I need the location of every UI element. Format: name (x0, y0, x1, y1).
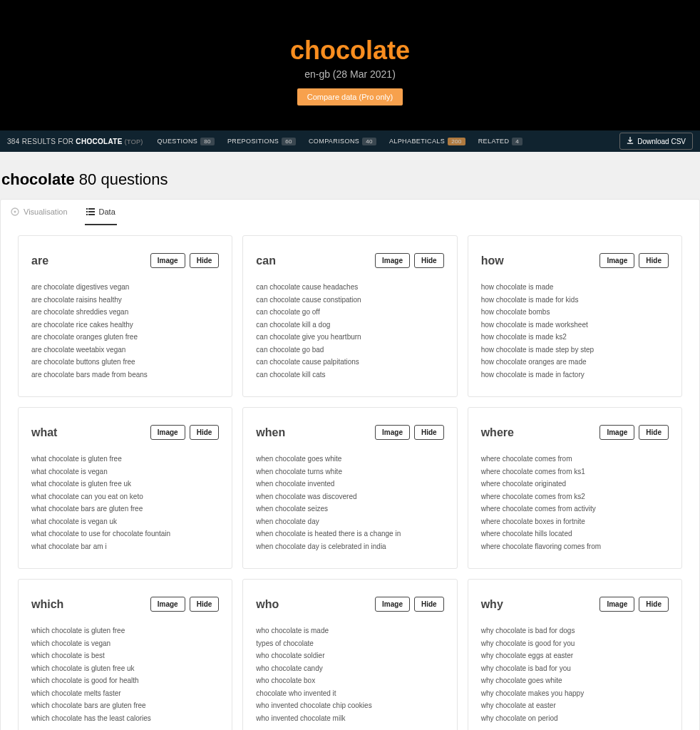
list-item[interactable]: when chocolate was discovered (256, 490, 443, 503)
list-item[interactable]: who invented chocolate milk (256, 712, 443, 725)
list-item[interactable]: who invented chocolate chip cookies (256, 699, 443, 712)
list-item[interactable]: why chocolate is good for you (481, 637, 669, 650)
list-item[interactable]: where chocolate flavoring comes from (481, 540, 669, 553)
list-item[interactable]: which chocolate is gluten free uk (31, 662, 219, 675)
list-item[interactable]: which chocolate is vegan (31, 637, 219, 650)
list-item[interactable]: how chocolate is made (481, 281, 669, 294)
hide-button[interactable]: Hide (639, 597, 669, 612)
list-item[interactable]: where chocolate comes from ks2 (481, 490, 669, 503)
list-item[interactable]: when chocolate is heated there is a chan… (256, 528, 443, 540)
list-item[interactable]: can chocolate cause headaches (256, 281, 443, 294)
list-item[interactable]: what chocolate is gluten free (31, 453, 219, 466)
nav-link-alphabeticals[interactable]: ALPHABETICALS200 (389, 138, 465, 145)
list-item[interactable]: which chocolate is best (31, 649, 219, 662)
download-csv-button[interactable]: Download CSV (619, 133, 693, 150)
image-button[interactable]: Image (150, 597, 185, 612)
list-item[interactable]: when chocolate invented (256, 478, 443, 490)
list-item[interactable]: what chocolate can you eat on keto (31, 490, 219, 503)
list-item[interactable]: why chocolate eggs at easter (481, 649, 669, 662)
list-item[interactable]: are chocolate rice cakes healthy (31, 319, 219, 331)
list-item[interactable]: what chocolate is vegan uk (31, 515, 219, 528)
hide-button[interactable]: Hide (190, 253, 220, 268)
list-item[interactable]: are chocolate buttons gluten free (31, 356, 219, 369)
list-item[interactable]: can chocolate go bad (256, 344, 443, 356)
list-item[interactable]: which chocolate melts faster (31, 687, 219, 700)
list-item[interactable]: why chocolate on period (481, 712, 669, 725)
image-button[interactable]: Image (599, 425, 634, 440)
tab-data[interactable]: Data (85, 200, 117, 225)
list-item[interactable]: why chocolate at easter (481, 699, 669, 712)
list-item[interactable]: what chocolate to use for chocolate foun… (31, 528, 219, 540)
list-item[interactable]: are chocolate digestives vegan (31, 281, 219, 294)
list-item[interactable]: are chocolate weetabix vegan (31, 344, 219, 356)
list-item[interactable]: which chocolate is gluten free (31, 624, 219, 637)
list-item[interactable]: are chocolate oranges gluten free (31, 331, 219, 344)
list-item[interactable]: how chocolate oranges are made (481, 356, 669, 369)
list-item[interactable]: how chocolate is made step by step (481, 344, 669, 356)
list-item[interactable]: when chocolate day is celebrated in indi… (256, 540, 443, 553)
list-item[interactable]: can chocolate kill a dog (256, 319, 443, 331)
compare-data-button[interactable]: Compare data (Pro only) (297, 88, 403, 106)
list-item[interactable]: chocolate who invented it (256, 687, 443, 700)
list-item[interactable]: are chocolate raisins healthy (31, 294, 219, 307)
nav-link-related[interactable]: RELATED4 (478, 138, 523, 145)
image-button[interactable]: Image (375, 253, 410, 268)
list-item[interactable]: are chocolate shreddies vegan (31, 306, 219, 319)
hide-button[interactable]: Hide (190, 425, 220, 440)
list-item[interactable]: what chocolate is gluten free uk (31, 478, 219, 490)
hide-button[interactable]: Hide (414, 425, 444, 440)
list-item[interactable]: what chocolate bar am i (31, 540, 219, 553)
image-button[interactable]: Image (150, 425, 185, 440)
list-item[interactable]: can chocolate go off (256, 306, 443, 319)
hide-button[interactable]: Hide (639, 253, 669, 268)
nav-link-questions[interactable]: QUESTIONS80 (158, 138, 215, 145)
list-item[interactable]: which chocolate bars are gluten free (31, 699, 219, 712)
hero-title: chocolate (0, 36, 700, 66)
list-item[interactable]: which chocolate has the least calories (31, 712, 219, 725)
list-item[interactable]: where chocolate boxes in fortnite (481, 515, 669, 528)
list-item[interactable]: how chocolate is made in factory (481, 369, 669, 381)
image-button[interactable]: Image (375, 597, 410, 612)
list-item[interactable]: can chocolate cause constipation (256, 294, 443, 307)
list-item[interactable]: when chocolate day (256, 515, 443, 528)
image-button[interactable]: Image (599, 253, 634, 268)
list-item[interactable]: where chocolate comes from (481, 453, 669, 466)
list-item[interactable]: what chocolate bars are gluten free (31, 503, 219, 515)
list-item[interactable]: can chocolate give you heartburn (256, 331, 443, 344)
list-item[interactable]: how chocolate is made worksheet (481, 319, 669, 331)
list-item[interactable]: how chocolate is made for kids (481, 294, 669, 307)
nav-link-comparisons[interactable]: COMPARISONS40 (309, 138, 376, 145)
list-item[interactable]: where chocolate hills located (481, 528, 669, 540)
nav-link-prepositions[interactable]: PREPOSITIONS60 (227, 138, 296, 145)
list-item[interactable]: can chocolate kill cats (256, 369, 443, 381)
list-item[interactable]: why chocolate makes you happy (481, 687, 669, 700)
list-item[interactable]: what chocolate is vegan (31, 466, 219, 478)
list-item[interactable]: how chocolate is made ks2 (481, 331, 669, 344)
list-item[interactable]: when chocolate goes white (256, 453, 443, 466)
image-button[interactable]: Image (150, 253, 185, 268)
list-item[interactable]: who chocolate soldier (256, 649, 443, 662)
list-item[interactable]: are chocolate bars made from beans (31, 369, 219, 381)
list-item[interactable]: who chocolate box (256, 674, 443, 687)
hide-button[interactable]: Hide (190, 597, 220, 612)
list-item[interactable]: which chocolate is good for health (31, 674, 219, 687)
hide-button[interactable]: Hide (414, 253, 444, 268)
list-item[interactable]: why chocolate goes white (481, 674, 669, 687)
list-item[interactable]: who chocolate candy (256, 662, 443, 675)
list-item[interactable]: where chocolate comes from ks1 (481, 466, 669, 478)
hide-button[interactable]: Hide (639, 425, 669, 440)
list-item[interactable]: why chocolate is bad for dogs (481, 624, 669, 637)
list-item[interactable]: can chocolate cause palpitations (256, 356, 443, 369)
list-item[interactable]: where chocolate originated (481, 478, 669, 490)
list-item[interactable]: who chocolate is made (256, 624, 443, 637)
list-item[interactable]: types of chocolate (256, 637, 443, 650)
hide-button[interactable]: Hide (414, 597, 444, 612)
list-item[interactable]: why chocolate is bad for you (481, 662, 669, 675)
list-item[interactable]: where chocolate comes from activity (481, 503, 669, 515)
image-button[interactable]: Image (599, 597, 634, 612)
list-item[interactable]: when chocolate turns white (256, 466, 443, 478)
list-item[interactable]: when chocolate seizes (256, 503, 443, 515)
image-button[interactable]: Image (375, 425, 410, 440)
tab-visualisation[interactable]: Visualisation (9, 200, 69, 225)
list-item[interactable]: how chocolate bombs (481, 306, 669, 319)
